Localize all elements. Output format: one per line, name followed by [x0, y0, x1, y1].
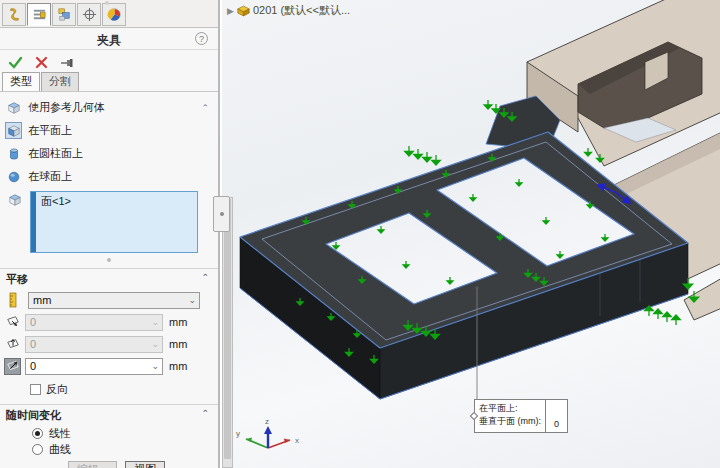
linear-option-row[interactable]: 线性 — [0, 425, 218, 441]
curve-label: 曲线 — [49, 442, 71, 457]
option-label: 在球面上 — [28, 169, 72, 184]
face-selection-icon — [6, 191, 23, 208]
tab-type[interactable]: 类型 — [2, 72, 40, 91]
unit-row: mm ⌄ — [0, 289, 218, 311]
linear-radio[interactable] — [32, 428, 43, 439]
collapse-chevron-icon[interactable]: ⌃ — [201, 408, 209, 418]
graphics-viewport[interactable]: ▶ 0201 (默认<<默认... — [222, 0, 720, 468]
cancel-button[interactable] — [35, 56, 48, 69]
chevron-down-icon: ⌄ — [151, 317, 159, 327]
collapse-chevron-icon[interactable]: ⌃ — [201, 272, 209, 282]
model-scene[interactable]: z x y — [222, 0, 720, 468]
fixture-callout: 在平面上: 垂直于面 (mm): 0 — [474, 399, 568, 433]
tree-node-label[interactable]: 0201 (默认<<默认... — [253, 3, 350, 18]
curve-radio[interactable] — [32, 444, 43, 455]
translate-input-1: 0 ⌄ — [25, 314, 163, 331]
scrollbar-thumb[interactable] — [224, 199, 231, 459]
display-manager-tab[interactable] — [102, 3, 126, 26]
view-button[interactable]: 视图 — [125, 461, 165, 468]
dimxpert-manager-tab[interactable] — [77, 3, 101, 26]
property-manager-panel: 夹具 ? 类型 分割 — [0, 0, 220, 468]
tree-expand-caret[interactable]: ▶ — [227, 6, 234, 16]
unit-label: mm — [169, 360, 187, 372]
propertymanager-tab[interactable] — [27, 3, 51, 26]
curve-option-row[interactable]: 曲线 — [0, 441, 218, 457]
translate-dir2-icon[interactable] — [4, 336, 21, 353]
selection-active-bar — [31, 192, 36, 252]
option-label: 使用参考几何体 — [28, 100, 105, 115]
panel-subtabs: 类型 分割 — [0, 72, 218, 92]
option-on-spherical-face[interactable]: 在球面上 — [0, 165, 218, 188]
translate-normal-icon[interactable] — [4, 358, 21, 375]
featuremanager-tree-tab[interactable] — [2, 3, 26, 26]
translate-input-2: 0 ⌄ — [25, 336, 163, 353]
configuration-manager-icon — [57, 7, 72, 22]
reverse-checkbox[interactable] — [30, 384, 41, 395]
reference-geometry-icon — [5, 99, 22, 116]
help-icon[interactable]: ? — [195, 32, 208, 45]
option-on-flat-face[interactable]: 在平面上 — [0, 119, 218, 142]
panel-resize-dot[interactable] — [105, 1, 109, 5]
translate-input-3[interactable]: 0 ⌄ — [25, 358, 163, 375]
translate-dir1-icon[interactable] — [4, 314, 21, 331]
translate-field-row-1: 0 ⌄ mm — [0, 311, 218, 333]
tab-split[interactable]: 分割 — [41, 72, 79, 91]
configuration-manager-tab[interactable] — [52, 3, 76, 26]
featuremanager-tree-icon — [7, 7, 22, 22]
translate-field-row-3: 0 ⌄ mm — [0, 355, 218, 377]
propertymanager-icon — [32, 7, 47, 22]
solidworks-window: 夹具 ? 类型 分割 — [0, 0, 720, 468]
ok-button[interactable] — [8, 56, 23, 70]
option-label: 在圆柱面上 — [28, 146, 83, 161]
unit-dropdown[interactable]: mm ⌄ — [28, 292, 200, 309]
callout-value-field[interactable]: 0 — [545, 400, 567, 432]
spherical-face-icon — [5, 168, 22, 185]
time-buttons-row: 编辑... 视图 — [0, 461, 218, 468]
translate-field-row-2: 0 ⌄ mm — [0, 333, 218, 355]
selection-listbox[interactable]: 面<1> — [30, 191, 198, 253]
unit-label: mm — [169, 316, 187, 328]
section-vary-with-time: 随时间变化 ⌃ — [0, 404, 218, 425]
unit-label: mm — [169, 338, 187, 350]
section-translate: 平移 ⌃ — [0, 268, 218, 289]
reverse-label: 反向 — [46, 382, 68, 397]
display-manager-icon — [107, 7, 122, 22]
selection-row: 面<1> — [0, 188, 218, 256]
chevron-down-icon: ⌄ — [151, 339, 159, 349]
origin-triad: z x y — [236, 417, 299, 448]
panel-scrollbar[interactable] — [222, 197, 233, 468]
selected-face-item[interactable]: 面<1> — [41, 194, 71, 209]
dimxpert-manager-icon — [82, 7, 97, 22]
panel-action-bar — [0, 50, 218, 72]
option-on-cylindrical-face[interactable]: 在圆柱面上 — [0, 142, 218, 165]
cylindrical-face-icon — [5, 145, 22, 162]
option-use-reference-geometry[interactable]: 使用参考几何体 ⌃ — [0, 96, 218, 119]
chevron-down-icon: ⌄ — [151, 361, 159, 371]
triad-x-label: x — [295, 436, 299, 445]
option-label: 在平面上 — [28, 123, 72, 138]
manager-tab-bar — [0, 0, 218, 28]
listbox-resize-handle[interactable] — [107, 258, 111, 262]
panel-title-row: 夹具 ? — [0, 28, 218, 50]
part-icon — [237, 5, 250, 17]
triad-z-label: z — [265, 417, 269, 426]
triad-y-label: y — [236, 429, 240, 438]
chevron-down-icon: ⌄ — [188, 295, 196, 305]
collapse-chevron-icon[interactable]: ⌃ — [201, 103, 209, 113]
flat-face-icon — [5, 122, 22, 139]
callout-line1: 在平面上: — [479, 402, 545, 415]
panel-splitter-grip[interactable] — [213, 196, 230, 232]
panel-title: 夹具 — [0, 32, 218, 49]
edit-button: 编辑... — [68, 461, 117, 468]
feature-tree-flyout-node[interactable]: ▶ 0201 (默认<<默认... — [227, 3, 350, 18]
linear-label: 线性 — [49, 426, 71, 441]
unit-ruler-icon — [4, 292, 21, 309]
pin-button[interactable] — [60, 57, 76, 69]
reverse-direction-row[interactable]: 反向 — [0, 380, 218, 398]
callout-line2: 垂直于面 (mm): — [479, 415, 545, 428]
